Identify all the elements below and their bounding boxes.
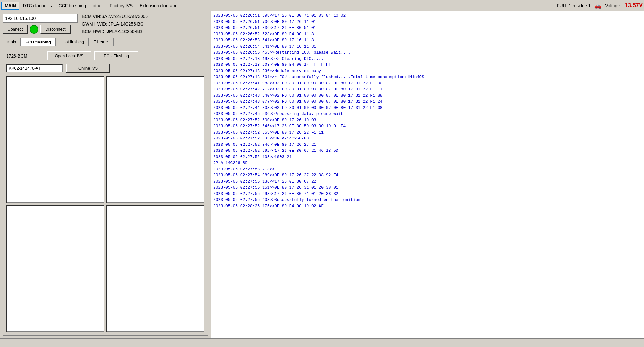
ecu-flushing-button[interactable]: ECU Flushing bbox=[94, 51, 138, 60]
connection-row: Connect Disconnect BCM VIN:SALWA2BU1KA87… bbox=[3, 14, 208, 34]
log-line: 2023-05-05 02:27:45:536>>Processing data… bbox=[213, 111, 642, 117]
ecu-name-label: 1726-BCM bbox=[6, 54, 44, 59]
log-line: 2023-05-05 02:27:52:992<<17 26 0E 80 67 … bbox=[213, 148, 642, 154]
tab-main[interactable]: main bbox=[3, 38, 21, 46]
log-line: 2023-05-05 02:27:13:336>>Module service … bbox=[213, 68, 642, 74]
text-areas-grid bbox=[6, 76, 204, 332]
menu-item-other[interactable]: other bbox=[89, 2, 106, 10]
log-line: 2023-05-05 02:27:54:989>>0E 80 17 26 27 … bbox=[213, 172, 642, 179]
menu-bar: MAIN DTC diagnosis CCF brushing other Fa… bbox=[0, 0, 644, 11]
connection-status-dot bbox=[30, 25, 38, 34]
log-line: 2023-05-05 02:26:54:541>>0E 80 17 16 11 … bbox=[213, 43, 642, 50]
full-residue-label: FULL:1 residue:1 bbox=[557, 3, 591, 8]
textarea-top-left[interactable] bbox=[7, 77, 104, 202]
log-line: 2023-05-05 02:27:52:500>>0E 80 17 26 10 … bbox=[213, 117, 642, 123]
voltage-label: Voltage: bbox=[605, 3, 621, 8]
log-line: 2023-05-05 02:27:55:136<<17 26 0E 80 67 … bbox=[213, 179, 642, 185]
log-line: 2023-05-05 02:27:18:501>>> ECU successfu… bbox=[213, 74, 642, 80]
menu-item-ccf[interactable]: CCF brushing bbox=[55, 2, 89, 10]
ivs-input[interactable] bbox=[6, 64, 63, 72]
car-icon: 🚗 bbox=[594, 2, 601, 9]
log-line: 2023-05-05 02:27:52:835<<JPLA-14C256-BD bbox=[213, 135, 642, 142]
log-line: 2023-05-05 02:27:52:103>>1003-21 bbox=[213, 154, 642, 160]
log-line: 2023-05-05 02:27:44:808>>02 FD 80 01 00 … bbox=[213, 105, 642, 111]
bottom-bar bbox=[0, 338, 644, 347]
log-line: 2023-05-05 02:27:13:203>>0E 80 E4 00 14 … bbox=[213, 62, 642, 68]
log-line: 2023-05-05 02:26:51:698<<17 26 0E 80 71 … bbox=[213, 13, 642, 19]
log-line: 2023-05-05 02:26:51:706>>0E 80 17 26 11 … bbox=[213, 19, 642, 25]
bcm-hwid: BCM HWID: JPLA-14C256-BD bbox=[82, 29, 148, 34]
log-line: 2023-05-05 02:27:42:712>>02 FD 80 01 00 … bbox=[213, 86, 642, 93]
log-line: 2023-05-05 02:26:52:523>>0E 80 E4 00 11 … bbox=[213, 31, 642, 37]
connection-left: Connect Disconnect bbox=[3, 14, 78, 34]
log-line: 2023-05-05 02:27:52:645<<17 26 0E 80 50 … bbox=[213, 123, 642, 129]
tab-ethernet[interactable]: Ethernet bbox=[89, 38, 114, 46]
tab-host-flushing[interactable]: Host flushing bbox=[56, 38, 89, 46]
log-line: 2023-05-05 02:26:56:455>>Restarting ECU,… bbox=[213, 49, 642, 56]
open-local-ivs-button[interactable]: Open Local IVS bbox=[47, 51, 91, 60]
textarea-bottom-right[interactable] bbox=[107, 206, 204, 332]
log-line: 2023-05-05 02:27:52:846>>0E 80 17 26 27 … bbox=[213, 142, 642, 148]
connect-button[interactable]: Connect bbox=[3, 25, 28, 34]
log-line: 2023-05-05 02:27:55:293<<17 26 0E 80 71 … bbox=[213, 191, 642, 197]
status-bar: FULL:1 residue:1 🚗 Voltage: 13.57V bbox=[557, 2, 643, 9]
bcm-vin: BCM VIN:SALWA2BU1KA873006 bbox=[82, 14, 148, 19]
connection-info: BCM VIN:SALWA2BU1KA873006 GWM HWID: JPLA… bbox=[82, 14, 148, 34]
log-line: 2023-05-05 02:26:51:836<<17 26 0E 80 51 … bbox=[213, 25, 642, 31]
log-line: 2023-05-05 02:27:53:213>> bbox=[213, 166, 642, 173]
ecu-row-1: 1726-BCM Open Local IVS ECU Flushing bbox=[6, 51, 204, 60]
menu-item-dtc[interactable]: DTC diagnosis bbox=[19, 2, 55, 10]
left-panel: Connect Disconnect BCM VIN:SALWA2BU1KA87… bbox=[0, 11, 211, 338]
textarea-top-right[interactable] bbox=[107, 77, 204, 202]
log-line: 2023-05-05 02:27:43:340>>02 FD 80 01 00 … bbox=[213, 93, 642, 99]
menu-item-main[interactable]: MAIN bbox=[1, 2, 19, 10]
disconnect-button[interactable]: Disconnect bbox=[40, 25, 70, 34]
text-area-top-left bbox=[6, 76, 104, 203]
main-content: Connect Disconnect BCM VIN:SALWA2BU1KA87… bbox=[0, 11, 644, 338]
btn-row: Connect Disconnect bbox=[3, 25, 78, 34]
tab-ecu-flashing[interactable]: ECU flashing bbox=[21, 38, 56, 46]
gwm-hwid: GWM HWID: JPLA-14C256-BG bbox=[82, 21, 148, 26]
online-ivs-button[interactable]: Online IVS bbox=[66, 64, 110, 73]
text-area-bottom-right bbox=[106, 205, 204, 332]
text-area-bottom-left bbox=[6, 205, 104, 332]
tabs-row: main ECU flashing Host flushing Ethernet bbox=[3, 38, 208, 46]
log-line: 2023-05-05 02:27:55:403>>Successfully tu… bbox=[213, 197, 642, 203]
log-line: JPLA-14C256-BD bbox=[213, 160, 642, 166]
log-panel[interactable]: 2023-05-05 02:26:51:698<<17 26 0E 80 71 … bbox=[211, 11, 644, 338]
tab-content: 1726-BCM Open Local IVS ECU Flushing Onl… bbox=[3, 48, 208, 336]
textarea-bottom-left[interactable] bbox=[7, 206, 104, 332]
ecu-row-2: Online IVS bbox=[6, 64, 204, 73]
log-line: 2023-05-05 02:27:52:653>>0E 80 17 26 22 … bbox=[213, 129, 642, 136]
log-line: 2023-05-05 02:28:25:175>>0E 80 E4 00 19 … bbox=[213, 203, 642, 209]
text-area-top-right bbox=[106, 76, 204, 203]
log-line: 2023-05-05 02:27:13:193>>>> Clearing DTC… bbox=[213, 56, 642, 62]
menu-item-extension[interactable]: Extension diagram bbox=[136, 2, 180, 10]
log-line: 2023-05-05 02:26:53:541>>0E 80 17 16 11 … bbox=[213, 37, 642, 43]
log-line: 2023-05-05 02:27:43:077>>02 FD 80 01 00 … bbox=[213, 99, 642, 105]
ip-input[interactable] bbox=[3, 14, 78, 23]
log-line: 2023-05-05 02:27:55:151>>0E 80 17 26 31 … bbox=[213, 185, 642, 191]
menu-item-factory[interactable]: Factory IVS bbox=[106, 2, 136, 10]
log-line: 2023-05-05 02:27:41:988>>02 FD 80 01 00 … bbox=[213, 80, 642, 87]
voltage-value: 13.57V bbox=[625, 2, 643, 9]
